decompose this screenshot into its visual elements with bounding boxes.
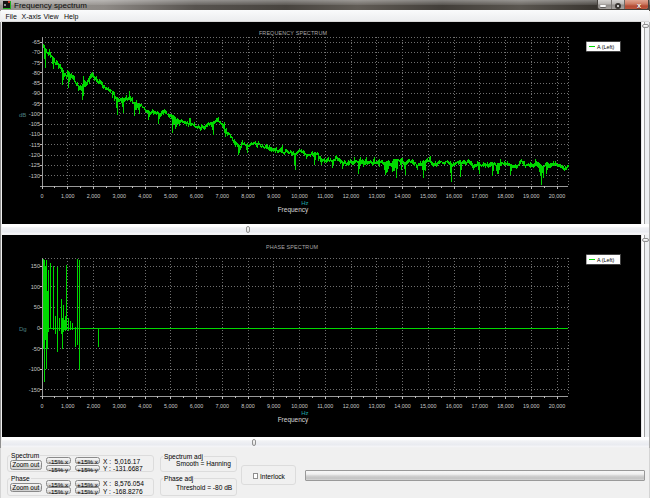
svg-text:1,000: 1,000 bbox=[61, 193, 75, 199]
svg-text:-100: -100 bbox=[29, 111, 40, 117]
svg-text:1,000: 1,000 bbox=[61, 403, 75, 409]
svg-text:Hz: Hz bbox=[301, 200, 308, 206]
svg-text:Dg: Dg bbox=[19, 326, 27, 332]
svg-text:11,000: 11,000 bbox=[317, 403, 333, 409]
svg-text:3,000: 3,000 bbox=[112, 193, 126, 199]
svg-text:17,000: 17,000 bbox=[472, 193, 489, 199]
svg-text:-110: -110 bbox=[29, 131, 40, 137]
svg-text:10,000: 10,000 bbox=[291, 193, 308, 199]
svg-text:12,000: 12,000 bbox=[343, 403, 360, 409]
svg-text:A (Left): A (Left) bbox=[597, 44, 615, 50]
svg-text:15,000: 15,000 bbox=[420, 193, 437, 199]
svg-text:-75: -75 bbox=[32, 60, 40, 66]
svg-text:-120: -120 bbox=[29, 152, 40, 158]
svg-text:12,000: 12,000 bbox=[343, 193, 360, 199]
svg-text:-80: -80 bbox=[32, 70, 40, 76]
svg-text:Frequency: Frequency bbox=[278, 416, 309, 424]
svg-text:9,000: 9,000 bbox=[267, 403, 281, 409]
svg-text:-85: -85 bbox=[32, 80, 40, 86]
svg-text:-50: -50 bbox=[32, 346, 40, 352]
svg-text:9,000: 9,000 bbox=[267, 193, 281, 199]
svg-text:5,000: 5,000 bbox=[164, 403, 178, 409]
svg-text:18,000: 18,000 bbox=[497, 193, 514, 199]
svg-text:0: 0 bbox=[41, 193, 44, 199]
svg-text:20,000: 20,000 bbox=[549, 193, 566, 199]
svg-text:A (Left): A (Left) bbox=[597, 257, 615, 263]
svg-text:19,000: 19,000 bbox=[523, 193, 540, 199]
svg-text:-125: -125 bbox=[29, 162, 40, 168]
svg-text:-95: -95 bbox=[32, 101, 40, 107]
svg-text:18,000: 18,000 bbox=[497, 403, 514, 409]
svg-text:4,000: 4,000 bbox=[138, 403, 152, 409]
svg-text:17,000: 17,000 bbox=[472, 403, 489, 409]
svg-text:14,000: 14,000 bbox=[394, 193, 411, 199]
svg-text:Hz: Hz bbox=[301, 410, 308, 416]
svg-text:-130: -130 bbox=[29, 173, 40, 179]
svg-text:2,000: 2,000 bbox=[87, 193, 101, 199]
svg-text:FREQUENCY SPECTRUM: FREQUENCY SPECTRUM bbox=[259, 30, 328, 36]
svg-text:11,000: 11,000 bbox=[317, 193, 333, 199]
svg-text:6,000: 6,000 bbox=[190, 403, 204, 409]
svg-text:8,000: 8,000 bbox=[241, 193, 255, 199]
svg-text:6,000: 6,000 bbox=[190, 193, 204, 199]
svg-text:13,000: 13,000 bbox=[369, 193, 386, 199]
svg-text:15,000: 15,000 bbox=[420, 403, 437, 409]
svg-text:14,000: 14,000 bbox=[394, 403, 411, 409]
svg-text:Frequency: Frequency bbox=[278, 206, 309, 214]
svg-text:-65: -65 bbox=[32, 39, 40, 45]
svg-text:4,000: 4,000 bbox=[138, 193, 152, 199]
svg-text:16,000: 16,000 bbox=[446, 403, 463, 409]
svg-text:0: 0 bbox=[41, 403, 44, 409]
svg-text:7,000: 7,000 bbox=[215, 403, 229, 409]
svg-text:-105: -105 bbox=[29, 121, 40, 127]
svg-text:50: 50 bbox=[34, 304, 40, 310]
svg-text:-115: -115 bbox=[29, 142, 40, 148]
svg-text:2,000: 2,000 bbox=[87, 403, 101, 409]
svg-text:0: 0 bbox=[37, 325, 40, 331]
svg-text:dB: dB bbox=[19, 112, 26, 118]
svg-text:5,000: 5,000 bbox=[164, 193, 178, 199]
svg-text:150: 150 bbox=[31, 263, 40, 269]
svg-text:PHASE SPECTRUM: PHASE SPECTRUM bbox=[266, 244, 318, 250]
svg-text:10,000: 10,000 bbox=[291, 403, 308, 409]
svg-text:7,000: 7,000 bbox=[215, 193, 229, 199]
svg-text:16,000: 16,000 bbox=[446, 193, 463, 199]
svg-text:100: 100 bbox=[31, 284, 40, 290]
svg-text:-90: -90 bbox=[32, 90, 40, 96]
svg-text:-150: -150 bbox=[29, 387, 40, 393]
svg-text:-70: -70 bbox=[32, 49, 40, 55]
svg-text:19,000: 19,000 bbox=[523, 403, 540, 409]
svg-text:8,000: 8,000 bbox=[241, 403, 255, 409]
svg-text:13,000: 13,000 bbox=[369, 403, 386, 409]
svg-text:20,000: 20,000 bbox=[549, 403, 566, 409]
svg-text:3,000: 3,000 bbox=[112, 403, 126, 409]
svg-text:-100: -100 bbox=[29, 366, 40, 372]
